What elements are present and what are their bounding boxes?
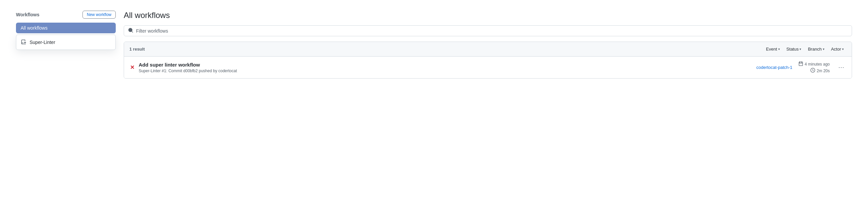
chevron-down-icon: ▾ xyxy=(842,47,844,51)
workflow-run-name[interactable]: Add super linter workflow xyxy=(139,62,750,67)
chevron-down-icon: ▾ xyxy=(823,47,825,51)
workflow-run-meta: Super-Linter #1: Commit d00bfb2 pushed b… xyxy=(139,68,750,73)
page-title: All workflows xyxy=(124,11,852,20)
clock-icon xyxy=(810,68,815,74)
sidebar-item-all-workflows[interactable]: All workflows xyxy=(16,23,116,33)
sidebar-header: Workflows New workflow xyxy=(16,11,116,19)
results-count: 1 result xyxy=(129,47,145,52)
sidebar-title: Workflows xyxy=(16,12,39,17)
sidebar-dropdown: Super-Linter xyxy=(16,35,116,50)
time-ago-row: 4 minutes ago xyxy=(799,61,830,67)
results-section: 1 result Event ▾ Status ▾ Branch ▾ xyxy=(124,41,852,79)
status-filter-button[interactable]: Status ▾ xyxy=(784,45,804,53)
table-row: ✕ Add super linter workflow Super-Linter… xyxy=(124,57,852,78)
new-workflow-button[interactable]: New workflow xyxy=(83,11,116,19)
status-failed-icon: ✕ xyxy=(129,65,135,70)
workflow-info: Add super linter workflow Super-Linter #… xyxy=(139,62,750,73)
branch-filter-button[interactable]: Branch ▾ xyxy=(805,45,827,53)
actor-filter-button[interactable]: Actor ▾ xyxy=(829,45,846,53)
duration-row: 2m 20s xyxy=(810,68,830,74)
branch-link[interactable]: codertocat-patch-1 xyxy=(754,64,794,70)
workflow-icon xyxy=(21,39,26,45)
search-icon xyxy=(128,28,133,34)
chevron-down-icon: ▾ xyxy=(778,47,780,51)
filter-bar xyxy=(124,25,852,36)
more-options-button[interactable]: ··· xyxy=(836,63,846,72)
calendar-icon xyxy=(799,61,803,67)
results-filters: Event ▾ Status ▾ Branch ▾ Actor ▾ xyxy=(763,45,846,53)
duration-text: 2m 20s xyxy=(817,68,830,73)
timing-info: 4 minutes ago 2m 20s xyxy=(799,61,830,74)
sidebar-item-super-linter[interactable]: Super-Linter xyxy=(16,37,115,48)
sidebar-item-super-linter-label: Super-Linter xyxy=(30,39,55,45)
time-ago-text: 4 minutes ago xyxy=(805,62,830,66)
results-header: 1 result Event ▾ Status ▾ Branch ▾ xyxy=(124,42,852,57)
page-container: Workflows New workflow All workflows Sup… xyxy=(0,0,868,201)
sidebar: Workflows New workflow All workflows Sup… xyxy=(16,11,116,190)
filter-input[interactable] xyxy=(136,28,848,34)
event-filter-button[interactable]: Event ▾ xyxy=(763,45,782,53)
chevron-down-icon: ▾ xyxy=(800,47,801,51)
main-content: All workflows 1 result Event ▾ Status xyxy=(124,11,852,190)
